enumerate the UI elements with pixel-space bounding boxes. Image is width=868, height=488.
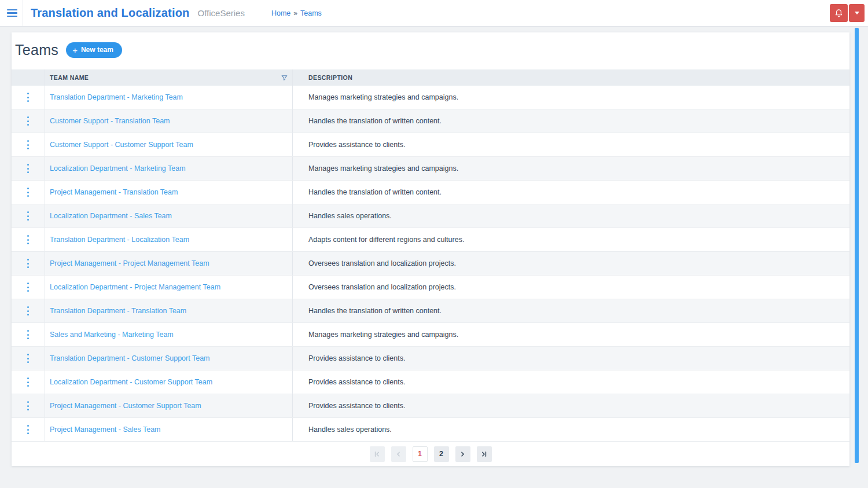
table-row: Translation Department - Customer Suppor… bbox=[12, 347, 849, 370]
page-head: Teams + New team bbox=[12, 32, 849, 58]
next-page-button[interactable] bbox=[455, 446, 470, 462]
table-row: Sales and Marketing - Marketing Team Man… bbox=[12, 323, 849, 347]
kebab-menu-icon[interactable] bbox=[24, 90, 32, 105]
team-description: Provides assistance to clients. bbox=[308, 141, 405, 149]
team-name-link[interactable]: Localization Department - Project Manage… bbox=[50, 283, 220, 291]
kebab-menu-icon[interactable] bbox=[24, 113, 32, 129]
kebab-menu-icon[interactable] bbox=[24, 351, 32, 366]
hamburger-menu-icon[interactable] bbox=[7, 9, 17, 17]
team-name-link[interactable]: Customer Support - Translation Team bbox=[50, 117, 170, 125]
breadcrumb-separator: » bbox=[293, 9, 297, 17]
table-row: Project Management - Customer Support Te… bbox=[12, 394, 849, 418]
table-body: Translation Department - Marketing Team … bbox=[12, 86, 849, 442]
team-description: Provides assistance to clients. bbox=[308, 378, 405, 386]
kebab-menu-icon[interactable] bbox=[24, 208, 32, 223]
team-description: Adapts content for different regions and… bbox=[308, 236, 464, 244]
page-2-button[interactable]: 2 bbox=[434, 446, 449, 462]
team-name-link[interactable]: Translation Department - Marketing Team bbox=[50, 93, 183, 101]
teams-card: Teams + New team TEAM NAME DESCRIPTION bbox=[12, 32, 849, 466]
header-actions bbox=[830, 4, 865, 22]
new-team-button[interactable]: + New team bbox=[66, 42, 122, 58]
breadcrumb-current-link[interactable]: Teams bbox=[300, 9, 322, 17]
table-row: Translation Department - Localization Te… bbox=[12, 228, 849, 252]
table-row: Translation Department - Translation Tea… bbox=[12, 299, 849, 323]
team-description: Provides assistance to clients. bbox=[308, 354, 405, 362]
notifications-button[interactable] bbox=[830, 4, 848, 22]
teams-table: TEAM NAME DESCRIPTION Translation Depart… bbox=[12, 69, 849, 442]
prev-page-button bbox=[391, 446, 406, 462]
first-page-button bbox=[370, 446, 385, 462]
team-description: Manages marketing strategies and campaig… bbox=[308, 331, 458, 339]
top-header: Translation and Localization OfficeSerie… bbox=[0, 0, 868, 27]
team-name-link[interactable]: Project Management - Translation Team bbox=[50, 188, 178, 196]
breadcrumb: Home » Teams bbox=[271, 9, 322, 17]
team-name-link[interactable]: Project Management - Sales Team bbox=[50, 425, 161, 434]
table-row: Localization Department - Sales Team Han… bbox=[12, 204, 849, 228]
actions-column-header bbox=[12, 69, 45, 86]
kebab-menu-icon[interactable] bbox=[24, 375, 32, 390]
caret-down-icon bbox=[855, 12, 859, 14]
table-row: Project Management - Translation Team Ha… bbox=[12, 181, 849, 204]
table-row: Localization Department - Customer Suppo… bbox=[12, 370, 849, 394]
table-row: Customer Support - Translation Team Hand… bbox=[12, 109, 849, 133]
table-row: Project Management - Sales Team Handles … bbox=[12, 418, 849, 442]
team-name-link[interactable]: Translation Department - Customer Suppor… bbox=[50, 354, 210, 362]
table-row: Localization Department - Marketing Team… bbox=[12, 157, 849, 181]
breadcrumb-home-link[interactable]: Home bbox=[271, 9, 290, 17]
kebab-menu-icon[interactable] bbox=[24, 161, 32, 176]
new-team-label: New team bbox=[81, 46, 113, 54]
kebab-menu-icon[interactable] bbox=[24, 303, 32, 318]
plus-icon: + bbox=[72, 46, 78, 54]
team-description: Handles the translation of written conte… bbox=[308, 307, 442, 315]
team-description: Provides assistance to clients. bbox=[308, 402, 405, 410]
header-divider bbox=[23, 0, 23, 26]
table-row: Project Management - Project Management … bbox=[12, 252, 849, 276]
kebab-menu-icon[interactable] bbox=[24, 327, 32, 342]
app-title: Translation and Localization bbox=[31, 6, 190, 20]
page-1-button[interactable]: 1 bbox=[413, 446, 428, 462]
team-description: Handles sales operations. bbox=[308, 425, 392, 434]
column-header-description: DESCRIPTION bbox=[308, 74, 352, 81]
team-description: Handles the translation of written conte… bbox=[308, 188, 442, 196]
last-page-icon bbox=[480, 450, 488, 458]
kebab-menu-icon[interactable] bbox=[24, 280, 32, 295]
team-name-link[interactable]: Project Management - Customer Support Te… bbox=[50, 402, 201, 410]
kebab-menu-icon[interactable] bbox=[24, 398, 32, 413]
team-description: Manages marketing strategies and campaig… bbox=[308, 93, 458, 101]
last-page-button[interactable] bbox=[477, 446, 492, 462]
team-name-link[interactable]: Localization Department - Marketing Team bbox=[50, 164, 186, 173]
kebab-menu-icon[interactable] bbox=[24, 256, 32, 271]
team-description: Handles sales operations. bbox=[308, 212, 392, 220]
kebab-menu-icon[interactable] bbox=[24, 185, 32, 200]
page-title: Teams bbox=[15, 42, 58, 58]
kebab-menu-icon[interactable] bbox=[24, 232, 32, 247]
first-page-icon bbox=[373, 450, 381, 458]
team-name-link[interactable]: Project Management - Project Management … bbox=[50, 259, 209, 267]
team-name-link[interactable]: Translation Department - Localization Te… bbox=[50, 236, 189, 244]
team-name-link[interactable]: Sales and Marketing - Marketing Team bbox=[50, 331, 174, 339]
column-header-team-name: TEAM NAME bbox=[50, 74, 89, 81]
bell-icon bbox=[834, 8, 844, 18]
kebab-menu-icon[interactable] bbox=[24, 137, 32, 152]
team-name-link[interactable]: Customer Support - Customer Support Team bbox=[50, 141, 193, 149]
table-row: Translation Department - Marketing Team … bbox=[12, 86, 849, 109]
team-name-link[interactable]: Localization Department - Customer Suppo… bbox=[50, 378, 212, 386]
kebab-menu-icon[interactable] bbox=[24, 422, 32, 437]
team-description: Oversees translation and localization pr… bbox=[308, 259, 456, 267]
table-row: Localization Department - Project Manage… bbox=[12, 276, 849, 299]
team-description: Manages marketing strategies and campaig… bbox=[308, 164, 458, 173]
team-name-link[interactable]: Translation Department - Translation Tea… bbox=[50, 307, 186, 315]
pagination: 12 bbox=[12, 442, 849, 466]
filter-funnel-icon[interactable] bbox=[281, 74, 288, 82]
team-description: Handles the translation of written conte… bbox=[308, 117, 442, 125]
table-header-row: TEAM NAME DESCRIPTION bbox=[12, 69, 849, 86]
app-subtitle: OfficeSeries bbox=[198, 8, 245, 18]
account-menu-button[interactable] bbox=[849, 4, 865, 22]
scrollbar-thumb[interactable] bbox=[855, 28, 859, 463]
prev-page-icon bbox=[395, 450, 402, 458]
next-page-icon bbox=[459, 450, 466, 458]
table-row: Customer Support - Customer Support Team… bbox=[12, 133, 849, 157]
team-name-link[interactable]: Localization Department - Sales Team bbox=[50, 212, 172, 220]
team-description: Oversees translation and localization pr… bbox=[308, 283, 456, 291]
